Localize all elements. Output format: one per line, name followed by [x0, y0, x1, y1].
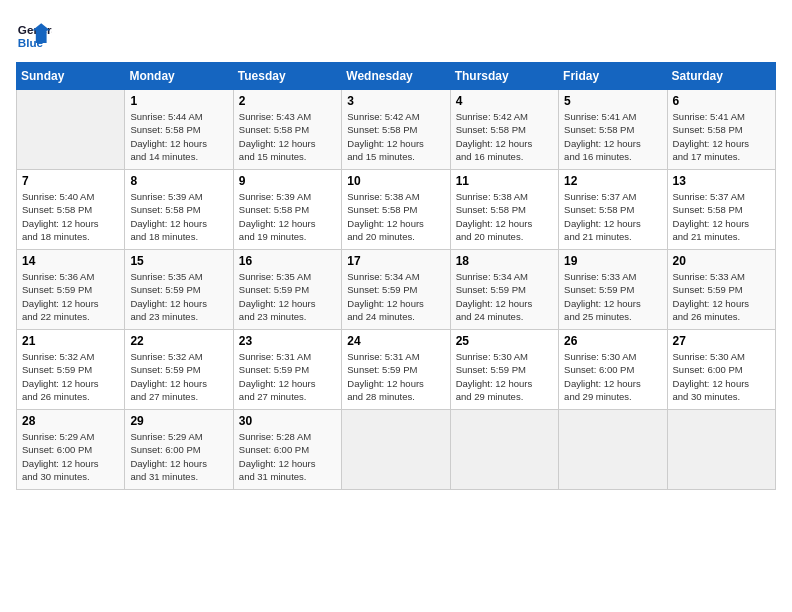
day-number: 17 [347, 254, 444, 268]
calendar-cell: 6Sunrise: 5:41 AM Sunset: 5:58 PM Daylig… [667, 90, 775, 170]
day-info: Sunrise: 5:35 AM Sunset: 5:59 PM Dayligh… [239, 270, 336, 323]
day-info: Sunrise: 5:38 AM Sunset: 5:58 PM Dayligh… [456, 190, 553, 243]
weekday-header-saturday: Saturday [667, 63, 775, 90]
day-info: Sunrise: 5:37 AM Sunset: 5:58 PM Dayligh… [564, 190, 661, 243]
calendar-cell: 23Sunrise: 5:31 AM Sunset: 5:59 PM Dayli… [233, 330, 341, 410]
calendar-cell: 26Sunrise: 5:30 AM Sunset: 6:00 PM Dayli… [559, 330, 667, 410]
day-info: Sunrise: 5:32 AM Sunset: 5:59 PM Dayligh… [22, 350, 119, 403]
day-number: 13 [673, 174, 770, 188]
weekday-header-sunday: Sunday [17, 63, 125, 90]
weekday-row: SundayMondayTuesdayWednesdayThursdayFrid… [17, 63, 776, 90]
calendar-cell: 13Sunrise: 5:37 AM Sunset: 5:58 PM Dayli… [667, 170, 775, 250]
day-number: 7 [22, 174, 119, 188]
calendar-cell [450, 410, 558, 490]
day-number: 20 [673, 254, 770, 268]
day-info: Sunrise: 5:28 AM Sunset: 6:00 PM Dayligh… [239, 430, 336, 483]
day-info: Sunrise: 5:39 AM Sunset: 5:58 PM Dayligh… [239, 190, 336, 243]
day-info: Sunrise: 5:40 AM Sunset: 5:58 PM Dayligh… [22, 190, 119, 243]
calendar-cell: 3Sunrise: 5:42 AM Sunset: 5:58 PM Daylig… [342, 90, 450, 170]
calendar-cell [667, 410, 775, 490]
day-number: 1 [130, 94, 227, 108]
logo-icon: General Blue [16, 16, 52, 52]
calendar-cell: 16Sunrise: 5:35 AM Sunset: 5:59 PM Dayli… [233, 250, 341, 330]
day-info: Sunrise: 5:41 AM Sunset: 5:58 PM Dayligh… [564, 110, 661, 163]
day-info: Sunrise: 5:34 AM Sunset: 5:59 PM Dayligh… [347, 270, 444, 323]
day-number: 27 [673, 334, 770, 348]
day-number: 11 [456, 174, 553, 188]
day-info: Sunrise: 5:30 AM Sunset: 6:00 PM Dayligh… [564, 350, 661, 403]
day-number: 4 [456, 94, 553, 108]
day-number: 24 [347, 334, 444, 348]
day-number: 25 [456, 334, 553, 348]
calendar-body: 1Sunrise: 5:44 AM Sunset: 5:58 PM Daylig… [17, 90, 776, 490]
calendar-cell [342, 410, 450, 490]
calendar-table: SundayMondayTuesdayWednesdayThursdayFrid… [16, 62, 776, 490]
day-info: Sunrise: 5:38 AM Sunset: 5:58 PM Dayligh… [347, 190, 444, 243]
day-number: 6 [673, 94, 770, 108]
day-number: 5 [564, 94, 661, 108]
calendar-cell [559, 410, 667, 490]
day-number: 3 [347, 94, 444, 108]
calendar-cell: 18Sunrise: 5:34 AM Sunset: 5:59 PM Dayli… [450, 250, 558, 330]
weekday-header-friday: Friday [559, 63, 667, 90]
day-info: Sunrise: 5:30 AM Sunset: 5:59 PM Dayligh… [456, 350, 553, 403]
weekday-header-tuesday: Tuesday [233, 63, 341, 90]
calendar-cell: 7Sunrise: 5:40 AM Sunset: 5:58 PM Daylig… [17, 170, 125, 250]
calendar-cell: 29Sunrise: 5:29 AM Sunset: 6:00 PM Dayli… [125, 410, 233, 490]
day-number: 12 [564, 174, 661, 188]
day-info: Sunrise: 5:33 AM Sunset: 5:59 PM Dayligh… [564, 270, 661, 323]
day-number: 23 [239, 334, 336, 348]
week-row-2: 7Sunrise: 5:40 AM Sunset: 5:58 PM Daylig… [17, 170, 776, 250]
day-info: Sunrise: 5:37 AM Sunset: 5:58 PM Dayligh… [673, 190, 770, 243]
calendar-cell: 5Sunrise: 5:41 AM Sunset: 5:58 PM Daylig… [559, 90, 667, 170]
calendar-cell: 15Sunrise: 5:35 AM Sunset: 5:59 PM Dayli… [125, 250, 233, 330]
calendar-cell: 24Sunrise: 5:31 AM Sunset: 5:59 PM Dayli… [342, 330, 450, 410]
day-number: 8 [130, 174, 227, 188]
page-header: General Blue [16, 16, 776, 52]
day-info: Sunrise: 5:42 AM Sunset: 5:58 PM Dayligh… [456, 110, 553, 163]
calendar-cell: 1Sunrise: 5:44 AM Sunset: 5:58 PM Daylig… [125, 90, 233, 170]
calendar-cell: 25Sunrise: 5:30 AM Sunset: 5:59 PM Dayli… [450, 330, 558, 410]
calendar-cell: 10Sunrise: 5:38 AM Sunset: 5:58 PM Dayli… [342, 170, 450, 250]
week-row-1: 1Sunrise: 5:44 AM Sunset: 5:58 PM Daylig… [17, 90, 776, 170]
calendar-cell: 14Sunrise: 5:36 AM Sunset: 5:59 PM Dayli… [17, 250, 125, 330]
day-number: 29 [130, 414, 227, 428]
logo: General Blue [16, 16, 52, 52]
calendar-cell: 2Sunrise: 5:43 AM Sunset: 5:58 PM Daylig… [233, 90, 341, 170]
day-info: Sunrise: 5:31 AM Sunset: 5:59 PM Dayligh… [239, 350, 336, 403]
week-row-4: 21Sunrise: 5:32 AM Sunset: 5:59 PM Dayli… [17, 330, 776, 410]
day-number: 26 [564, 334, 661, 348]
day-info: Sunrise: 5:33 AM Sunset: 5:59 PM Dayligh… [673, 270, 770, 323]
day-info: Sunrise: 5:31 AM Sunset: 5:59 PM Dayligh… [347, 350, 444, 403]
day-info: Sunrise: 5:35 AM Sunset: 5:59 PM Dayligh… [130, 270, 227, 323]
day-number: 21 [22, 334, 119, 348]
calendar-cell: 8Sunrise: 5:39 AM Sunset: 5:58 PM Daylig… [125, 170, 233, 250]
calendar-cell: 12Sunrise: 5:37 AM Sunset: 5:58 PM Dayli… [559, 170, 667, 250]
weekday-header-thursday: Thursday [450, 63, 558, 90]
day-info: Sunrise: 5:42 AM Sunset: 5:58 PM Dayligh… [347, 110, 444, 163]
day-number: 9 [239, 174, 336, 188]
day-info: Sunrise: 5:43 AM Sunset: 5:58 PM Dayligh… [239, 110, 336, 163]
calendar-cell: 4Sunrise: 5:42 AM Sunset: 5:58 PM Daylig… [450, 90, 558, 170]
week-row-3: 14Sunrise: 5:36 AM Sunset: 5:59 PM Dayli… [17, 250, 776, 330]
day-number: 10 [347, 174, 444, 188]
day-number: 30 [239, 414, 336, 428]
calendar-cell: 21Sunrise: 5:32 AM Sunset: 5:59 PM Dayli… [17, 330, 125, 410]
day-number: 28 [22, 414, 119, 428]
day-info: Sunrise: 5:29 AM Sunset: 6:00 PM Dayligh… [130, 430, 227, 483]
calendar-header: SundayMondayTuesdayWednesdayThursdayFrid… [17, 63, 776, 90]
calendar-cell: 17Sunrise: 5:34 AM Sunset: 5:59 PM Dayli… [342, 250, 450, 330]
week-row-5: 28Sunrise: 5:29 AM Sunset: 6:00 PM Dayli… [17, 410, 776, 490]
day-info: Sunrise: 5:36 AM Sunset: 5:59 PM Dayligh… [22, 270, 119, 323]
calendar-cell: 11Sunrise: 5:38 AM Sunset: 5:58 PM Dayli… [450, 170, 558, 250]
day-number: 18 [456, 254, 553, 268]
day-number: 22 [130, 334, 227, 348]
calendar-cell [17, 90, 125, 170]
weekday-header-wednesday: Wednesday [342, 63, 450, 90]
day-number: 14 [22, 254, 119, 268]
day-info: Sunrise: 5:41 AM Sunset: 5:58 PM Dayligh… [673, 110, 770, 163]
calendar-cell: 20Sunrise: 5:33 AM Sunset: 5:59 PM Dayli… [667, 250, 775, 330]
calendar-cell: 22Sunrise: 5:32 AM Sunset: 5:59 PM Dayli… [125, 330, 233, 410]
calendar-cell: 28Sunrise: 5:29 AM Sunset: 6:00 PM Dayli… [17, 410, 125, 490]
calendar-cell: 19Sunrise: 5:33 AM Sunset: 5:59 PM Dayli… [559, 250, 667, 330]
